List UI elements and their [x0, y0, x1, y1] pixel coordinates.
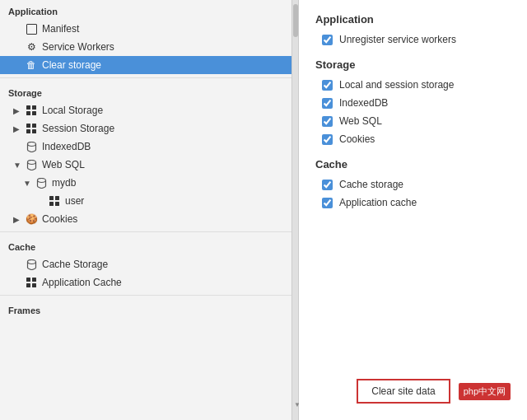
checkbox-indexeddb: IndexedDB	[315, 97, 511, 109]
left-panel: Application Manifest ⚙ Service Workers 🗑…	[0, 0, 292, 420]
sidebar-item-websql[interactable]: ▼ Web SQL	[0, 156, 291, 174]
main-container: Application Manifest ⚙ Service Workers 🗑…	[0, 0, 527, 420]
checkbox-app-cache: Application cache	[315, 197, 511, 208]
mydb-label: mydb	[52, 177, 76, 189]
checkbox-websql-input[interactable]	[322, 116, 333, 127]
checkbox-websql: Web SQL	[315, 115, 511, 127]
arrow-indexeddb	[13, 142, 23, 152]
trash-icon: 🗑	[25, 58, 38, 72]
app-cache-icon	[25, 276, 38, 289]
checkbox-indexeddb-input[interactable]	[322, 98, 333, 109]
cookies-icon: 🍪	[25, 212, 38, 226]
checkbox-unregister-sw: Unregister service workers	[315, 34, 511, 45]
divider-2	[0, 231, 291, 232]
sidebar-item-app-cache[interactable]: Application Cache	[0, 273, 291, 292]
svg-point-2	[37, 178, 45, 182]
right-indexeddb-label: IndexedDB	[339, 97, 388, 109]
local-session-label: Local and session storage	[339, 79, 454, 91]
indexeddb-icon	[25, 140, 38, 153]
arrow-app-cache	[13, 278, 23, 287]
arrow-mydb: ▼	[23, 179, 33, 188]
right-storage-title: Storage	[315, 58, 511, 71]
user-label: user	[65, 195, 84, 207]
svg-point-1	[27, 160, 35, 164]
scrollbar-thumb[interactable]	[293, 4, 298, 37]
right-cache-title: Cache	[315, 158, 511, 170]
storage-section-header: Storage	[0, 82, 291, 101]
cache-section-header: Cache	[0, 236, 291, 255]
right-cache-storage-label: Cache storage	[339, 179, 403, 190]
clear-storage-label: Clear storage	[42, 59, 101, 71]
app-cache-label: Application Cache	[42, 277, 122, 288]
application-section-header: Application	[0, 0, 291, 20]
unregister-sw-label: Unregister service workers	[339, 34, 456, 45]
frames-section-header: Frames	[0, 299, 291, 319]
right-websql-label: Web SQL	[339, 115, 382, 127]
websql-icon	[25, 158, 38, 171]
svg-point-3	[27, 259, 35, 264]
arrow-service-workers	[13, 43, 23, 52]
sidebar-item-clear-storage[interactable]: 🗑 Clear storage	[0, 56, 291, 74]
arrow-user	[36, 197, 46, 206]
local-storage-label: Local Storage	[42, 105, 103, 116]
service-workers-label: Service Workers	[42, 41, 114, 53]
cookies-label: Cookies	[42, 213, 77, 225]
checkbox-local-session-input[interactable]	[322, 80, 333, 91]
mydb-icon	[35, 176, 48, 189]
arrow-manifest	[13, 25, 23, 34]
sidebar-item-mydb[interactable]: ▼ mydb	[0, 174, 291, 192]
divider-3	[0, 295, 291, 296]
sidebar-item-manifest[interactable]: Manifest	[0, 20, 291, 38]
session-storage-label: Session Storage	[42, 123, 114, 134]
sidebar-item-cookies[interactable]: ▶ 🍪 Cookies	[0, 210, 291, 228]
checkbox-cache-storage-input[interactable]	[322, 180, 333, 190]
clear-button-container: Clear site data php中文网	[357, 379, 511, 404]
sidebar-item-session-storage[interactable]: ▶ Session Storage	[0, 119, 291, 138]
local-storage-icon	[25, 104, 38, 117]
gear-icon: ⚙	[25, 40, 38, 54]
checkbox-cookies-input[interactable]	[322, 134, 333, 145]
right-cookies-label: Cookies	[339, 133, 375, 145]
checkbox-cache-storage: Cache storage	[315, 179, 511, 190]
divider-1	[0, 77, 291, 78]
arrow-local-storage: ▶	[13, 106, 23, 115]
arrow-session-storage: ▶	[13, 124, 23, 133]
manifest-label: Manifest	[42, 23, 79, 35]
checkbox-app-cache-input[interactable]	[322, 198, 333, 208]
sidebar-item-indexeddb[interactable]: IndexedDB	[0, 138, 291, 156]
right-storage-section: Storage Local and session storage Indexe…	[315, 58, 511, 145]
user-table-icon	[48, 194, 61, 208]
svg-point-0	[27, 142, 35, 146]
manifest-icon	[25, 22, 38, 35]
arrow-clear-storage	[13, 61, 23, 70]
arrow-cache-storage	[13, 260, 23, 269]
cache-storage-icon	[25, 258, 38, 271]
checkbox-local-session: Local and session storage	[315, 79, 511, 91]
right-application-section: Application Unregister service workers	[315, 13, 511, 45]
websql-label: Web SQL	[42, 159, 85, 170]
sidebar-item-user[interactable]: user	[0, 192, 291, 210]
right-cache-section: Cache Cache storage Application cache	[315, 158, 511, 208]
watermark: php中文网	[459, 383, 511, 400]
scrollbar[interactable]: ▼	[292, 0, 299, 420]
sidebar-item-cache-storage[interactable]: Cache Storage	[0, 255, 291, 273]
clear-site-data-button[interactable]: Clear site data	[357, 379, 450, 404]
sidebar-item-service-workers[interactable]: ⚙ Service Workers	[0, 38, 291, 56]
checkbox-cookies: Cookies	[315, 133, 511, 145]
checkbox-unregister-sw-input[interactable]	[322, 35, 333, 45]
right-panel: Application Unregister service workers S…	[299, 0, 527, 420]
right-app-cache-label: Application cache	[339, 197, 417, 208]
sidebar-item-local-storage[interactable]: ▶ Local Storage	[0, 101, 291, 119]
arrow-cookies: ▶	[13, 215, 23, 224]
arrow-websql: ▼	[13, 161, 23, 170]
cache-storage-label: Cache Storage	[42, 259, 108, 270]
indexeddb-label: IndexedDB	[42, 141, 91, 152]
right-application-title: Application	[315, 13, 511, 26]
session-storage-icon	[25, 122, 38, 135]
